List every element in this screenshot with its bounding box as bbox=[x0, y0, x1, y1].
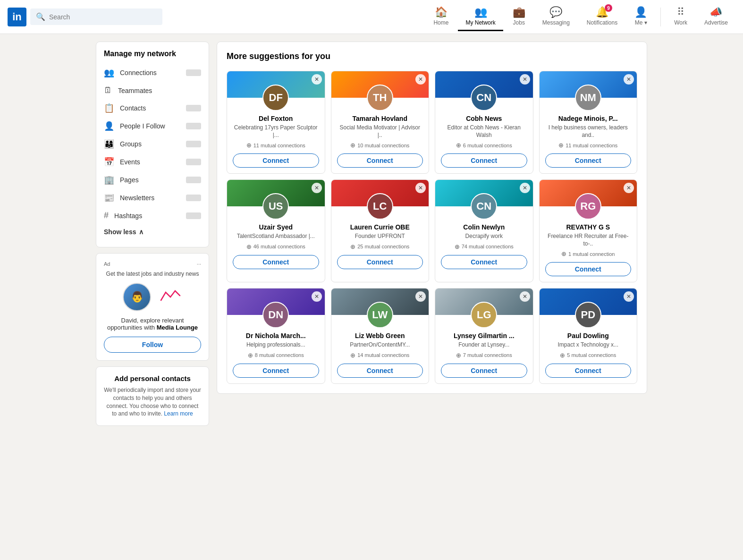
connect-button[interactable]: Connect bbox=[545, 153, 632, 168]
person-avatar-wrap: LW bbox=[331, 302, 429, 328]
avatar: DF bbox=[262, 85, 289, 111]
mutual-count: 7 mutual connections bbox=[463, 352, 512, 358]
person-avatar-wrap: PD bbox=[540, 302, 637, 328]
connect-button[interactable]: Connect bbox=[337, 255, 423, 269]
person-mutual: ⊕ 8 mutual connections bbox=[233, 352, 319, 359]
dismiss-button[interactable]: ✕ bbox=[624, 74, 634, 85]
sidebar-item-teammates[interactable]: 🗓 Teammates bbox=[96, 82, 209, 99]
person-mutual: ⊕ 1 mutual connection bbox=[545, 250, 632, 257]
dismiss-button[interactable]: ✕ bbox=[312, 291, 322, 302]
dismiss-button[interactable]: ✕ bbox=[312, 74, 322, 85]
connect-button[interactable]: Connect bbox=[337, 153, 423, 168]
mutual-icon: ⊕ bbox=[560, 352, 565, 359]
person-name: Lynsey Gilmartin ... bbox=[441, 332, 527, 339]
dismiss-button[interactable]: ✕ bbox=[312, 183, 322, 193]
nav-jobs[interactable]: 💼 Jobs bbox=[505, 2, 533, 31]
mutual-icon: ⊕ bbox=[246, 142, 252, 149]
sidebar-item-people-follow[interactable]: 👤 People I Follow bbox=[96, 117, 209, 135]
people-follow-icon: 👤 bbox=[104, 121, 114, 131]
nav-advertise[interactable]: 📣 Advertise bbox=[697, 2, 735, 31]
connections-count bbox=[186, 69, 201, 76]
nav-home[interactable]: 🏠 Home bbox=[426, 2, 456, 31]
contacts-count bbox=[186, 105, 201, 111]
ad-more-button[interactable]: ··· bbox=[197, 261, 201, 267]
linkedin-logo[interactable]: in bbox=[8, 8, 26, 26]
connect-button[interactable]: Connect bbox=[545, 364, 632, 378]
nav-work[interactable]: ⠿ Work bbox=[667, 2, 695, 31]
person-title: Helping professionals... bbox=[233, 341, 319, 349]
main-content: More suggestions for you ✕ DF Del Foxton… bbox=[217, 42, 647, 426]
person-body: Colin Newlyn Decrapify work ⊕ 74 mutual … bbox=[435, 223, 533, 275]
person-card: ✕ LC Lauren Currie OBE Founder UPFRONT ⊕… bbox=[331, 179, 430, 282]
connect-button[interactable]: Connect bbox=[233, 153, 319, 168]
dismiss-button[interactable]: ✕ bbox=[415, 74, 426, 85]
dismiss-button[interactable]: ✕ bbox=[520, 291, 530, 302]
mutual-icon: ⊕ bbox=[248, 352, 253, 359]
person-avatar-wrap: NM bbox=[540, 85, 637, 111]
dismiss-button[interactable]: ✕ bbox=[415, 291, 426, 302]
person-card: ✕ LW Liz Webb Green PartnerOn/ContentMY.… bbox=[331, 288, 430, 384]
person-title: PartnerOn/ContentMY... bbox=[337, 341, 423, 349]
sidebar-item-contacts[interactable]: 📋 Contacts bbox=[96, 99, 209, 117]
mutual-count: 5 mutual connections bbox=[567, 352, 616, 358]
show-less-button[interactable]: Show less ∧ bbox=[96, 224, 209, 239]
newsletters-count bbox=[186, 195, 201, 201]
dismiss-button[interactable]: ✕ bbox=[520, 74, 530, 85]
nav-my-network[interactable]: 👥 My Network bbox=[458, 2, 503, 31]
dismiss-button[interactable]: ✕ bbox=[624, 291, 634, 302]
person-body: Dr Nichola March... Helping professional… bbox=[227, 332, 325, 383]
contacts-icon: 📋 bbox=[104, 103, 114, 113]
sidebar-item-groups[interactable]: 👨‍👩‍👦 Groups bbox=[96, 135, 209, 153]
avatar: RG bbox=[575, 193, 601, 220]
person-mutual: ⊕ 25 mutual connections bbox=[337, 243, 423, 250]
teammates-icon: 🗓 bbox=[104, 85, 112, 95]
person-title: Impact x Technology x... bbox=[545, 341, 632, 349]
person-mutual: ⊕ 74 mutual connections bbox=[441, 243, 527, 250]
connect-button[interactable]: Connect bbox=[441, 255, 527, 269]
connect-button[interactable]: Connect bbox=[233, 364, 319, 378]
connect-button[interactable]: Connect bbox=[337, 364, 423, 378]
connect-button[interactable]: Connect bbox=[441, 153, 527, 168]
notifications-badge: 9 bbox=[605, 4, 612, 12]
work-icon: ⠿ bbox=[677, 6, 684, 18]
nav-my-network-label: My Network bbox=[465, 19, 495, 26]
sidebar-item-pages[interactable]: 🏢 Pages bbox=[96, 171, 209, 189]
person-title: Founder UPFRONT bbox=[337, 233, 423, 240]
nav-messaging-label: Messaging bbox=[542, 19, 570, 26]
sidebar: Manage my network 👥 Connections 🗓 Teamma… bbox=[96, 42, 209, 426]
nav-me[interactable]: 👤 Me ▾ bbox=[627, 2, 655, 31]
ad-label: Ad ··· bbox=[104, 261, 201, 267]
connect-button[interactable]: Connect bbox=[233, 255, 319, 269]
dismiss-button[interactable]: ✕ bbox=[520, 183, 530, 193]
events-label: Events bbox=[120, 158, 186, 166]
person-avatar-wrap: TH bbox=[331, 85, 429, 111]
person-avatar-wrap: CN bbox=[435, 193, 533, 220]
learn-more-link[interactable]: Learn more bbox=[164, 410, 193, 417]
person-body: Uzair Syed TalentScotland Ambassador |..… bbox=[227, 223, 325, 275]
dismiss-button[interactable]: ✕ bbox=[415, 183, 426, 193]
dismiss-button[interactable]: ✕ bbox=[624, 183, 634, 193]
person-avatar-wrap: US bbox=[227, 193, 325, 220]
connect-button[interactable]: Connect bbox=[441, 364, 527, 378]
nav-advertise-label: Advertise bbox=[704, 19, 728, 26]
follow-button[interactable]: Follow bbox=[104, 337, 201, 353]
sidebar-item-hashtags[interactable]: # Hashtags bbox=[96, 207, 209, 224]
search-input[interactable] bbox=[49, 13, 157, 21]
person-title: Social Media Motivator | Advisor |.. bbox=[337, 124, 423, 139]
connections-icon: 👥 bbox=[104, 68, 114, 78]
nav-messaging[interactable]: 💬 Messaging bbox=[535, 2, 577, 31]
search-bar[interactable]: 🔍 bbox=[30, 8, 162, 25]
mutual-count: 8 mutual connections bbox=[255, 352, 304, 358]
sidebar-item-events[interactable]: 📅 Events bbox=[96, 153, 209, 171]
nav-notifications[interactable]: 🔔 9 Notifications bbox=[579, 2, 625, 31]
main-nav: 🏠 Home 👥 My Network 💼 Jobs 💬 Messaging 🔔… bbox=[426, 2, 735, 31]
people-grid: ✕ DF Del Foxton Celebrating 17yrs Paper … bbox=[227, 71, 637, 384]
sidebar-item-connections[interactable]: 👥 Connections bbox=[96, 64, 209, 82]
sidebar-item-newsletters[interactable]: 📰 Newsletters bbox=[96, 189, 209, 207]
mutual-icon: ⊕ bbox=[350, 243, 355, 250]
mutual-count: 74 mutual connections bbox=[462, 244, 514, 249]
me-icon: 👤 bbox=[634, 6, 647, 18]
connect-button[interactable]: Connect bbox=[545, 262, 632, 276]
person-name: Colin Newlyn bbox=[441, 223, 527, 231]
person-name: Lauren Currie OBE bbox=[337, 223, 423, 231]
